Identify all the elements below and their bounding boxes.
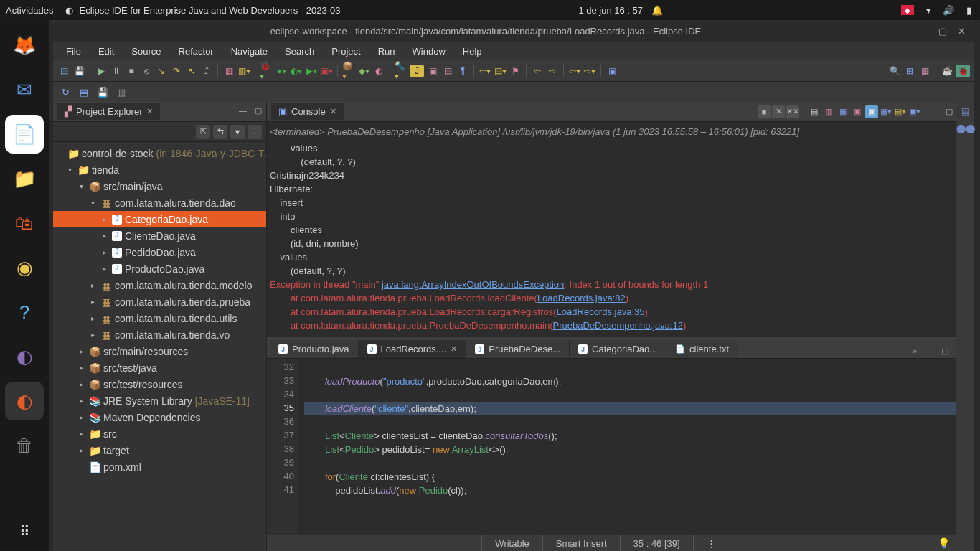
menu-navigate[interactable]: Navigate	[224, 44, 275, 59]
activities-button[interactable]: Actividades	[6, 5, 53, 16]
expand-arrow-icon[interactable]: ▸	[76, 380, 86, 388]
battery-icon[interactable]: ▮	[963, 4, 974, 16]
nav-back-icon[interactable]: ⇦▾	[479, 65, 491, 77]
drop-frame-icon[interactable]: ⤴	[200, 65, 213, 77]
tip-icon[interactable]: 💡	[938, 537, 950, 549]
console-tab[interactable]: ▣ Console ✕	[271, 103, 344, 120]
menu-file[interactable]: File	[59, 44, 88, 59]
tree-item[interactable]: ▸📦src/test/java	[53, 359, 266, 376]
expand-arrow-icon[interactable]: ▸	[88, 331, 98, 339]
console-output[interactable]: <terminated> PruebaDeDesempenho [Java Ap…	[267, 122, 956, 337]
expand-arrow-icon[interactable]: ▾	[65, 166, 75, 174]
maximize-button[interactable]: ▢	[937, 25, 948, 37]
clock[interactable]: 1 de jun 16 : 57	[578, 5, 643, 16]
pause-icon[interactable]: ⏸	[110, 65, 123, 77]
stop-icon[interactable]: ■	[125, 65, 138, 77]
stack-icon[interactable]: ▥	[115, 85, 128, 98]
coverage-icon[interactable]: ◐▾	[290, 65, 303, 77]
tree-item[interactable]: ▸▦com.latam.alura.tienda.utils	[53, 310, 266, 326]
tree-item[interactable]: ▸JCategoriaDao.java	[53, 211, 266, 227]
dock-firefox[interactable]: 🦊	[5, 26, 44, 65]
disconnect-icon[interactable]: ⎋	[140, 65, 153, 77]
breakpoints-icon[interactable]: ⬤⬤	[956, 123, 975, 133]
dock-eclipse[interactable]: ◐	[5, 382, 44, 420]
tree-item[interactable]: 📁control-de-stock (in 1846-Java-y-JDBC-T…	[53, 145, 266, 161]
task-list-icon[interactable]: ▤	[441, 65, 454, 77]
titlebar[interactable]: eclipse-workspace - tienda/src/main/java…	[53, 20, 974, 42]
volume-icon[interactable]: 🔊	[943, 4, 954, 16]
close-button[interactable]: ✕	[956, 25, 967, 37]
expand-arrow-icon[interactable]: ▸	[76, 397, 86, 405]
expand-arrow-icon[interactable]: ▸	[99, 232, 109, 240]
tree-item[interactable]: ▸JProductoDao.java	[53, 260, 266, 277]
expand-arrow-icon[interactable]: ▸	[76, 446, 86, 454]
show-console-icon[interactable]: ▣	[851, 105, 864, 118]
project-tree[interactable]: 📁control-de-stock (in 1846-Java-y-JDBC-T…	[53, 142, 266, 551]
open-console-dropdown-icon[interactable]: ▤▾	[894, 105, 907, 118]
expand-arrow-icon[interactable]: ▸	[76, 364, 86, 372]
menu-refactor[interactable]: Refactor	[171, 44, 221, 59]
nav-pin-icon[interactable]: ⚑	[509, 65, 522, 77]
outline-icon[interactable]: ▤	[961, 106, 969, 116]
warning-indicator-icon[interactable]: ◆	[901, 5, 914, 15]
perspective-icon[interactable]: ▦	[918, 65, 931, 77]
debug-perspective-icon[interactable]: 🐞	[956, 65, 970, 77]
menu-window[interactable]: Window	[405, 44, 453, 59]
jsp-icon[interactable]: J	[410, 65, 424, 77]
expand-arrow-icon[interactable]: ▸	[76, 413, 86, 421]
menu-source[interactable]: Source	[124, 44, 168, 59]
expand-arrow-icon[interactable]: ▸	[99, 265, 109, 273]
close-console-icon[interactable]: ✕	[330, 107, 336, 116]
new-icon[interactable]: ▤	[57, 65, 70, 77]
editor-tab[interactable]: JPruebaDeDese...	[466, 340, 570, 358]
tree-item[interactable]: ▸📚Maven Dependencies	[53, 409, 266, 425]
quick-access-icon[interactable]: 🔍	[888, 65, 901, 77]
prev-annotation-icon[interactable]: ⇦▾	[568, 65, 581, 77]
wifi-icon[interactable]: ▾	[923, 4, 934, 16]
tree-item[interactable]: ▸📁src	[53, 425, 266, 442]
expand-arrow-icon[interactable]: ▸	[88, 281, 98, 289]
search-open-icon[interactable]: 🔦▾	[395, 65, 407, 77]
save-icon[interactable]: 💾	[72, 65, 85, 77]
scroll-lock-icon[interactable]: ▥	[822, 105, 835, 118]
open-type-icon[interactable]: ◐	[372, 65, 385, 77]
console-max-icon[interactable]: ▢	[943, 105, 956, 118]
dock-software[interactable]: 🛍	[5, 204, 44, 242]
display-dropdown-icon[interactable]: ▦▾	[880, 105, 892, 118]
run-last-icon[interactable]: ▶▾	[305, 65, 318, 77]
new-package-icon[interactable]: 📦▾	[342, 65, 355, 77]
expand-arrow-icon[interactable]: ▾	[76, 182, 86, 190]
tree-item[interactable]: ▾📁tienda	[53, 161, 266, 178]
expand-arrow-icon[interactable]: ▸	[76, 430, 86, 438]
tree-item[interactable]: ▸📚JRE System Library [JavaSE-11]	[53, 392, 266, 409]
collapse-all-icon[interactable]: ⇱	[196, 125, 210, 139]
dock-show-apps[interactable]: ⠿	[5, 512, 44, 551]
new-console-dropdown-icon[interactable]: ▣▾	[908, 105, 921, 118]
link-editor-icon[interactable]: ⇆	[213, 125, 227, 139]
bell-icon[interactable]: 🔔	[651, 4, 663, 16]
tree-item[interactable]: ▾▦com.latam.alura.tienda.dao	[53, 194, 266, 211]
tree-item[interactable]: ▸📦src/test/resources	[53, 376, 266, 392]
editor-tab[interactable]: JCategoriaDao...	[570, 340, 666, 358]
maximize-view-icon[interactable]: ▢	[255, 106, 266, 118]
dock-files[interactable]: 📁	[5, 159, 44, 198]
stacktrace-link[interactable]: PruebaDeDesempenho.java:12	[553, 320, 683, 331]
code-editor[interactable]: 32333435363738394041 loadProducto("produ…	[267, 359, 956, 535]
app-menu[interactable]: ◐ Eclipse IDE for Enterprise Java and We…	[63, 4, 340, 16]
expand-arrow-icon[interactable]: ▸	[88, 314, 98, 322]
menu-help[interactable]: Help	[456, 44, 489, 59]
menu-search[interactable]: Search	[278, 44, 321, 59]
task-icon[interactable]: ▣	[426, 65, 439, 77]
step-return-icon[interactable]: ↖	[185, 65, 198, 77]
tree-item[interactable]: ▸▦com.latam.alura.tienda.vo	[53, 326, 266, 343]
editor-tab[interactable]: JLoadRecords....✕	[359, 340, 467, 358]
editor-tab[interactable]: JProducto.java	[270, 340, 359, 358]
tree-item[interactable]: 📄pom.xml	[53, 458, 266, 475]
expand-arrow-icon[interactable]: ▸	[99, 248, 109, 256]
step-over-icon[interactable]: ↷	[170, 65, 183, 77]
tree-item[interactable]: ▸JPedidoDao.java	[53, 244, 266, 260]
remove-launch-icon[interactable]: ✕	[772, 105, 785, 118]
view-menu-icon[interactable]: ⋮	[248, 125, 262, 139]
expand-arrow-icon[interactable]: ▸	[88, 298, 98, 306]
console-min-icon[interactable]: —	[928, 105, 941, 118]
